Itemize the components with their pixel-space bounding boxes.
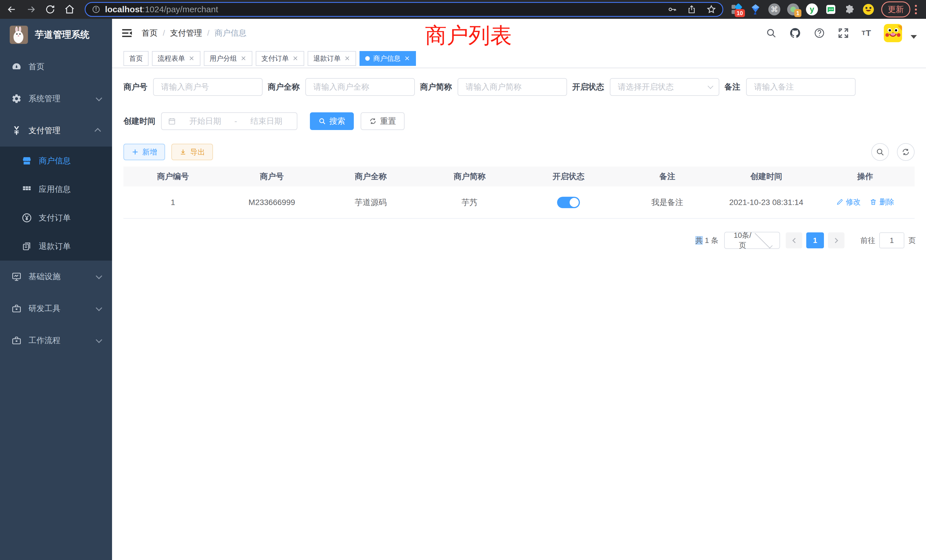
search-icon[interactable] (766, 28, 776, 38)
extension-emoji-icon[interactable] (862, 3, 875, 15)
sidebar-item-infrastructure[interactable]: 基础设施 (0, 260, 112, 292)
toggle-search-button[interactable] (871, 143, 889, 161)
short-name-label: 商户简称 (420, 82, 452, 92)
download-icon (179, 148, 187, 156)
monitor-icon (10, 271, 23, 282)
chevron-left-icon (792, 238, 797, 243)
full-name-input[interactable] (305, 78, 415, 96)
browser-forward-button[interactable] (24, 3, 38, 16)
sidebar-item-refund-order[interactable]: 退款订单 (0, 232, 112, 260)
sidebar-item-home[interactable]: 首页 (0, 51, 112, 83)
sidebar-item-payment[interactable]: 支付管理 (0, 115, 112, 147)
tab-refund-order[interactable]: 退款订单 (308, 51, 356, 66)
sidebar-item-merchant-info[interactable]: 商户信息 (0, 147, 112, 175)
table-toolbar: 新增 导出 (112, 130, 926, 161)
tab-merchant-info[interactable]: 商户信息 (360, 51, 416, 66)
chevron-down-icon (96, 305, 102, 311)
tab-home[interactable]: 首页 (123, 51, 148, 66)
browser-back-button[interactable] (5, 3, 18, 16)
short-name-input[interactable] (458, 78, 567, 96)
close-icon[interactable] (404, 55, 410, 62)
breadcrumb-home[interactable]: 首页 (142, 28, 158, 38)
add-button[interactable]: 新增 (123, 144, 165, 160)
caret-down-icon[interactable] (911, 35, 917, 39)
delete-link[interactable]: 删除 (870, 197, 894, 207)
yen-circle-icon (21, 212, 33, 223)
refresh-table-button[interactable] (897, 143, 915, 161)
col-merchant-id: 商户编号 (123, 166, 222, 186)
tab-process-form[interactable]: 流程表单 (152, 51, 200, 66)
avatar[interactable] (884, 24, 902, 42)
browser-home-button[interactable] (63, 3, 76, 16)
cell-full-name: 芋道源码 (321, 186, 420, 218)
next-page-button[interactable] (828, 232, 844, 248)
navbar-actions: TT (766, 24, 917, 42)
sidebar-item-pay-order[interactable]: 支付订单 (0, 204, 112, 232)
extension-grid-icon[interactable]: 10 (731, 3, 743, 15)
bookmark-star-icon[interactable] (707, 5, 716, 14)
arrow-right-icon (26, 4, 36, 15)
fullscreen-icon[interactable] (838, 27, 849, 39)
extension-command-icon[interactable]: ⌘ (768, 3, 780, 15)
sidebar-item-app-info[interactable]: 应用信息 (0, 175, 112, 204)
browser-reload-button[interactable] (44, 3, 57, 16)
extension-chat-icon[interactable] (825, 3, 837, 15)
chevron-down-icon (755, 231, 773, 249)
extension-puzzle-icon[interactable] (844, 3, 856, 15)
goto-label: 前往 (861, 236, 875, 245)
table-row: 1 M233666999 芋道源码 芋艿 我是备注 2021-10-23 08:… (123, 186, 915, 218)
password-key-icon[interactable] (668, 5, 677, 14)
date-separator: - (235, 117, 237, 126)
search-button[interactable]: 搜索 (310, 112, 354, 130)
font-size-icon[interactable]: TT (862, 28, 871, 38)
grid-icon (21, 184, 33, 194)
help-icon[interactable] (814, 27, 825, 39)
remark-input[interactable] (746, 78, 856, 96)
breadcrumb-payment[interactable]: 支付管理 (170, 28, 202, 38)
extension-recorder-icon[interactable]: 1 (787, 3, 799, 15)
status-select[interactable]: 请选择开启状态 (610, 78, 719, 96)
address-bar[interactable]: localhost:1024/pay/merchant (85, 2, 723, 17)
extension-badge: 10 (735, 9, 745, 17)
col-merchant-code: 商户号 (222, 166, 321, 186)
page-suffix: 页 (908, 236, 916, 245)
sidebar-item-dev-tools[interactable]: 研发工具 (0, 292, 112, 324)
extension-kite-icon[interactable] (749, 3, 761, 15)
export-button[interactable]: 导出 (171, 144, 213, 160)
create-time-range-picker[interactable]: 开始日期 - 结束日期 (161, 112, 297, 130)
sidebar-collapse-button[interactable] (121, 27, 133, 39)
browser-update-button[interactable]: 更新 (881, 2, 910, 17)
status-toggle[interactable] (557, 197, 580, 208)
browser-toolbar: localhost:1024/pay/merchant 10 ⌘ 1 y (0, 0, 926, 19)
full-name-label: 商户全称 (268, 82, 300, 92)
reset-button[interactable]: 重置 (361, 112, 404, 130)
page-1-button[interactable]: 1 (806, 232, 824, 248)
page-size-select[interactable]: 10条/页 (724, 232, 780, 249)
sidebar-logo[interactable]: 芋道管理系统 (0, 19, 112, 51)
annotation-merchant-list: 商户列表 (425, 21, 512, 50)
yen-icon (10, 126, 23, 136)
active-dot (365, 56, 370, 61)
close-icon[interactable] (241, 55, 247, 62)
edit-link[interactable]: 修改 (836, 197, 861, 207)
site-info-icon[interactable] (92, 5, 100, 14)
close-icon[interactable] (344, 55, 350, 62)
close-icon[interactable] (292, 55, 298, 62)
browser-menu-icon[interactable] (915, 5, 917, 14)
goto-page-input[interactable] (879, 232, 904, 248)
merchant-no-input[interactable] (153, 78, 263, 96)
close-icon[interactable] (188, 55, 195, 62)
col-create-time: 创建时间 (717, 166, 816, 186)
github-icon[interactable] (789, 27, 801, 39)
trash-icon (870, 198, 877, 206)
prev-page-button[interactable] (786, 232, 802, 248)
tab-pay-order[interactable]: 支付订单 (256, 51, 304, 66)
sidebar-item-system[interactable]: 系统管理 (0, 83, 112, 115)
payment-submenu: 商户信息 应用信息 支付订单 退款订单 (0, 147, 112, 260)
extension-y-icon[interactable]: y (806, 3, 818, 15)
sidebar-item-workflow[interactable]: 工作流程 (0, 324, 112, 356)
cell-short-name: 芋艿 (420, 186, 519, 218)
share-icon[interactable] (687, 5, 696, 14)
tab-user-group[interactable]: 用户分组 (204, 51, 252, 66)
top-navbar: 首页 / 支付管理 / 商户信息 TT (112, 19, 926, 47)
